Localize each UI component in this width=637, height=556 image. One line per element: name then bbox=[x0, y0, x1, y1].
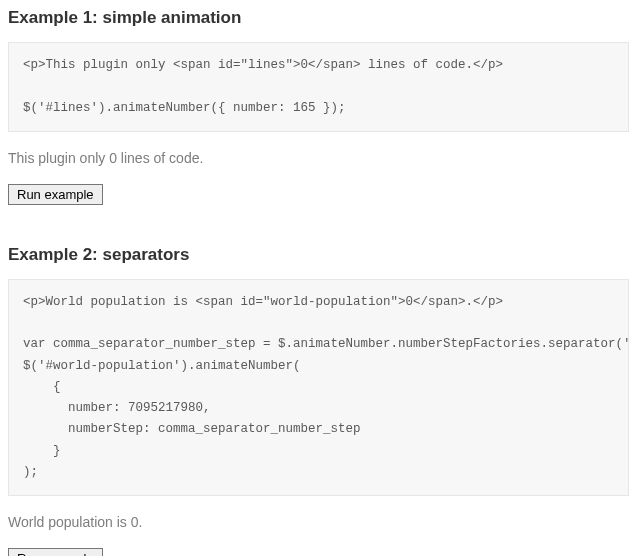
example-1-codeblock: <p>This plugin only <span id="lines">0</… bbox=[8, 42, 629, 132]
example-2-demo-text: World population is 0. bbox=[8, 514, 629, 530]
run-example-1-button[interactable]: Run example bbox=[8, 184, 103, 205]
example-1-demo-text: This plugin only 0 lines of code. bbox=[8, 150, 629, 166]
run-example-2-button[interactable]: Run example bbox=[8, 548, 103, 556]
example-section-1: Example 1: simple animation <p>This plug… bbox=[8, 8, 629, 205]
example-2-codeblock: <p>World population is <span id="world-p… bbox=[8, 279, 629, 496]
example-1-heading: Example 1: simple animation bbox=[8, 8, 629, 28]
example-section-2: Example 2: separators <p>World populatio… bbox=[8, 245, 629, 556]
example-2-heading: Example 2: separators bbox=[8, 245, 629, 265]
